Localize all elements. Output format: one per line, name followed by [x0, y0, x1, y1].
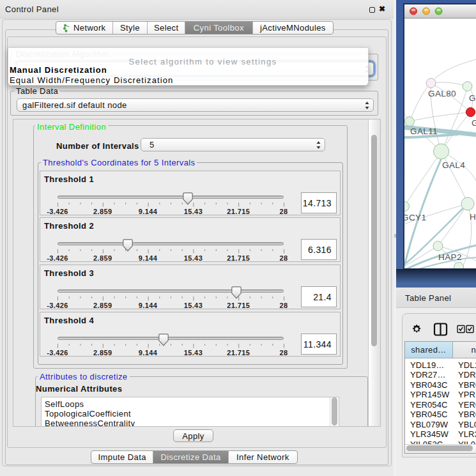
- svg-text:GCY1: GCY1: [404, 213, 426, 222]
- svg-text:H: H: [470, 212, 476, 222]
- svg-text:HAP2: HAP2: [438, 252, 462, 262]
- svg-text:GAL4: GAL4: [442, 160, 465, 170]
- svg-text:GA: GA: [469, 93, 476, 103]
- svg-text:GAL11: GAL11: [410, 127, 438, 136]
- svg-text:GAL80: GAL80: [428, 89, 456, 98]
- svg-text:G: G: [472, 118, 476, 128]
